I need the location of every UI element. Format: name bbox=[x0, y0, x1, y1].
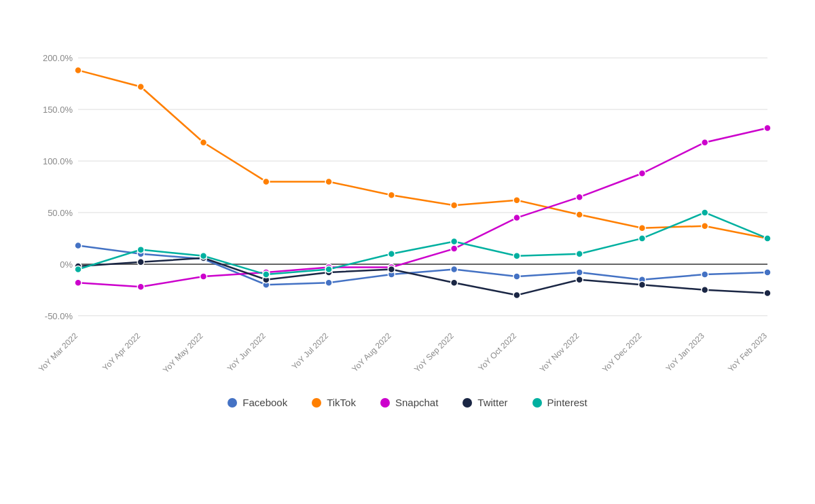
svg-text:YoY Aug 2022: YoY Aug 2022 bbox=[350, 331, 393, 374]
svg-text:50.0%: 50.0% bbox=[48, 208, 73, 218]
svg-point-34 bbox=[702, 271, 708, 278]
svg-text:100.0%: 100.0% bbox=[43, 156, 73, 166]
legend-label-twitter: Twitter bbox=[477, 397, 507, 408]
svg-point-30 bbox=[451, 266, 458, 272]
svg-point-66 bbox=[451, 279, 458, 286]
svg-point-80 bbox=[576, 251, 583, 257]
svg-point-57 bbox=[638, 170, 645, 177]
svg-point-58 bbox=[702, 139, 708, 146]
svg-point-67 bbox=[513, 291, 520, 298]
legend-item-tiktok: TikTok bbox=[312, 397, 356, 408]
legend-item-facebook: Facebook bbox=[228, 397, 287, 408]
svg-point-49 bbox=[137, 283, 144, 290]
svg-point-35 bbox=[764, 269, 771, 276]
svg-point-61 bbox=[137, 259, 144, 266]
svg-point-72 bbox=[75, 266, 82, 272]
svg-text:200.0%: 200.0% bbox=[43, 53, 73, 63]
legend-dot-snapchat bbox=[380, 398, 390, 408]
svg-point-73 bbox=[137, 247, 144, 253]
legend-dot-tiktok bbox=[312, 398, 321, 408]
svg-point-83 bbox=[764, 235, 771, 242]
svg-text:YoY Sep 2022: YoY Sep 2022 bbox=[412, 331, 456, 374]
svg-point-78 bbox=[451, 238, 458, 245]
svg-text:0%: 0% bbox=[60, 259, 73, 270]
svg-point-43 bbox=[513, 197, 520, 204]
legend-dot-twitter bbox=[463, 398, 472, 408]
svg-point-44 bbox=[576, 211, 583, 218]
svg-point-32 bbox=[576, 269, 583, 276]
legend-dot-facebook bbox=[228, 398, 237, 408]
svg-point-65 bbox=[388, 266, 395, 272]
legend-label-facebook: Facebook bbox=[242, 397, 287, 408]
svg-text:YoY Dec 2022: YoY Dec 2022 bbox=[600, 331, 644, 374]
svg-point-59 bbox=[764, 124, 771, 131]
svg-text:YoY May 2022: YoY May 2022 bbox=[161, 331, 205, 375]
svg-point-45 bbox=[638, 225, 645, 232]
svg-point-40 bbox=[325, 178, 332, 185]
svg-point-74 bbox=[200, 253, 207, 259]
svg-point-42 bbox=[451, 202, 458, 209]
chart-legend: Facebook TikTok Snapchat Twitter Pintere… bbox=[27, 397, 788, 408]
svg-text:YoY Nov 2022: YoY Nov 2022 bbox=[538, 331, 581, 374]
svg-point-39 bbox=[263, 178, 270, 185]
svg-point-70 bbox=[702, 287, 708, 293]
svg-point-82 bbox=[702, 209, 708, 216]
svg-point-36 bbox=[75, 67, 82, 73]
svg-point-75 bbox=[263, 271, 270, 278]
svg-point-69 bbox=[638, 281, 645, 288]
svg-point-50 bbox=[200, 273, 207, 280]
legend-label-tiktok: TikTok bbox=[327, 397, 356, 408]
legend-item-twitter: Twitter bbox=[463, 397, 507, 408]
legend-item-snapchat: Snapchat bbox=[380, 397, 438, 408]
svg-point-76 bbox=[325, 266, 332, 272]
svg-text:YoY Apr 2022: YoY Apr 2022 bbox=[101, 331, 143, 373]
chart-container: 200.0%150.0%100.0%50.0%0%-50.0%YoY Mar 2… bbox=[0, 0, 815, 504]
svg-text:YoY Oct 2022: YoY Oct 2022 bbox=[476, 331, 518, 373]
svg-text:150.0%: 150.0% bbox=[43, 105, 73, 115]
legend-label-pinterest: Pinterest bbox=[547, 397, 587, 408]
svg-text:YoY Feb 2023: YoY Feb 2023 bbox=[726, 331, 769, 374]
svg-point-37 bbox=[137, 84, 144, 90]
svg-point-79 bbox=[513, 253, 520, 259]
svg-point-46 bbox=[702, 223, 708, 230]
svg-point-24 bbox=[75, 242, 82, 249]
svg-point-56 bbox=[576, 194, 583, 200]
svg-point-71 bbox=[764, 289, 771, 296]
svg-text:-50.0%: -50.0% bbox=[45, 311, 73, 321]
chart-svg: 200.0%150.0%100.0%50.0%0%-50.0%YoY Mar 2… bbox=[27, 34, 788, 387]
svg-point-31 bbox=[513, 273, 520, 280]
svg-point-55 bbox=[513, 215, 520, 221]
svg-text:YoY Jul 2022: YoY Jul 2022 bbox=[290, 331, 331, 372]
legend-item-pinterest: Pinterest bbox=[532, 397, 587, 408]
svg-text:YoY Jan 2023: YoY Jan 2023 bbox=[664, 331, 707, 374]
chart-area: 200.0%150.0%100.0%50.0%0%-50.0%YoY Mar 2… bbox=[27, 34, 788, 390]
svg-point-38 bbox=[200, 139, 207, 146]
svg-point-48 bbox=[75, 279, 82, 286]
svg-point-68 bbox=[576, 276, 583, 283]
svg-point-28 bbox=[325, 279, 332, 286]
svg-point-41 bbox=[388, 192, 395, 198]
svg-point-54 bbox=[451, 245, 458, 252]
legend-dot-pinterest bbox=[532, 398, 542, 408]
legend-label-snapchat: Snapchat bbox=[395, 397, 438, 408]
svg-text:YoY Jun 2022: YoY Jun 2022 bbox=[225, 331, 268, 374]
svg-text:YoY Mar 2022: YoY Mar 2022 bbox=[37, 331, 79, 374]
svg-point-81 bbox=[638, 235, 645, 242]
svg-point-77 bbox=[388, 251, 395, 257]
